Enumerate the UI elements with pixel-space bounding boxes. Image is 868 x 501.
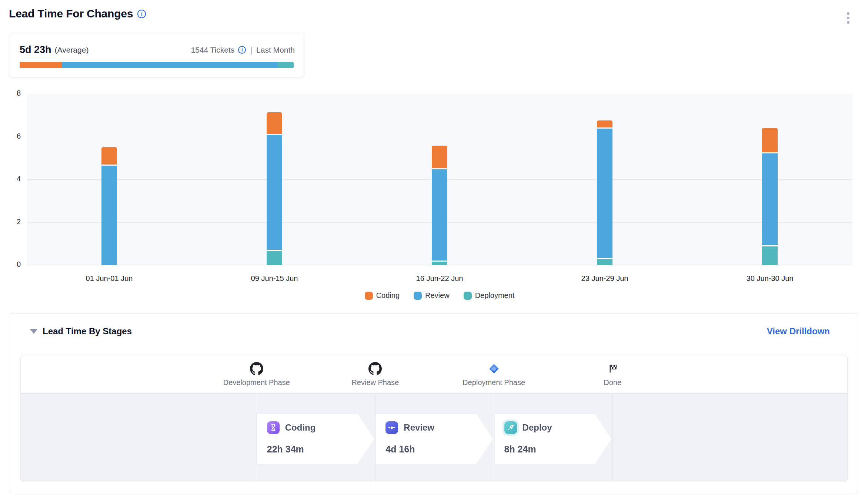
summary-bar-segment-deployment — [277, 62, 294, 68]
average-label: (Average) — [55, 46, 89, 54]
rocket-icon — [504, 421, 517, 434]
legend-item-deployment[interactable]: Deployment — [464, 291, 515, 300]
column-divider — [494, 394, 494, 482]
x-axis-label: 30 Jun-30 Jun — [747, 274, 794, 283]
bar-segment-review[interactable] — [762, 153, 778, 245]
legend-swatch — [464, 292, 472, 300]
page-title: Lead Time For Changes — [9, 7, 133, 20]
info-icon[interactable]: i — [137, 10, 146, 18]
stages-title: Lead Time By Stages — [43, 326, 132, 336]
legend-swatch — [365, 292, 373, 300]
lead-time-bar-chart: 0246801 Jun-01 Jun09 Jun-15 Jun16 Jun-22… — [27, 94, 852, 265]
hourglass-icon — [267, 421, 280, 434]
bar-segment-deployment[interactable] — [762, 246, 778, 265]
phase-deployment: Deployment Phase — [438, 361, 550, 387]
phase-label: Review Phase — [320, 378, 431, 387]
stage-card-coding: Coding 22h 34m — [257, 414, 374, 464]
x-axis-label: 09 Jun-15 Jun — [251, 274, 298, 283]
lead-time-by-stages-card: Lead Time By Stages View Drilldown Devel… — [9, 313, 859, 493]
stages-table: Development Phase Review Phase — [20, 355, 848, 482]
bar-segment-coding[interactable] — [101, 147, 117, 165]
x-axis-label: 01 Jun-01 Jun — [86, 274, 133, 283]
page-header: Lead Time For Changes i — [9, 7, 146, 20]
tickets-count: 1544 Tickets — [191, 46, 234, 54]
phase-label: Done — [557, 378, 668, 387]
bar-segment-review[interactable] — [597, 129, 612, 258]
bar-segment-deployment[interactable] — [432, 262, 447, 265]
github-icon — [201, 361, 312, 377]
diamond-icon — [438, 361, 550, 377]
lead-time-dashboard: Lead Time For Changes i 5d 23h (Average)… — [0, 0, 868, 501]
stage-title: Coding — [285, 422, 316, 433]
summary-row: 5d 23h (Average) 1544 Tickets i | Last M… — [20, 44, 295, 56]
stage-card-deploy: Deploy 8h 24m — [495, 414, 612, 464]
stages-body-row: Coding 22h 34m Review — [21, 394, 847, 482]
stage-title: Review — [404, 422, 434, 433]
phase-header-row: Development Phase Review Phase — [21, 355, 847, 394]
stacked-bar-30 Jun-30 Jun[interactable] — [762, 94, 778, 265]
bar-segment-review[interactable] — [432, 169, 447, 261]
phase-development: Development Phase — [201, 361, 312, 387]
phase-review: Review Phase — [320, 361, 431, 387]
period-label: Last Month — [256, 46, 295, 54]
y-axis-tick-6: 6 — [6, 132, 21, 140]
stage-title: Deploy — [523, 422, 552, 433]
legend-label: Review — [425, 291, 450, 300]
y-axis-tick-0: 0 — [6, 260, 21, 269]
bar-segment-coding[interactable] — [267, 112, 282, 134]
average-value: 5d 23h — [20, 44, 51, 56]
commit-icon — [385, 421, 398, 434]
legend-label: Deployment — [475, 291, 515, 300]
bar-segment-deployment[interactable] — [597, 259, 612, 265]
summary-card: 5d 23h (Average) 1544 Tickets i | Last M… — [9, 33, 304, 77]
bar-segment-review[interactable] — [267, 135, 282, 250]
kebab-menu-icon[interactable] — [847, 12, 849, 24]
stages-header: Lead Time By Stages View Drilldown — [30, 326, 830, 336]
view-drilldown-link[interactable]: View Drilldown — [767, 326, 830, 336]
collapse-caret-icon[interactable] — [30, 329, 37, 334]
chart-legend: CodingReviewDeployment — [27, 291, 852, 300]
bar-segment-coding[interactable] — [432, 146, 447, 168]
stacked-bar-01 Jun-01 Jun[interactable] — [101, 94, 117, 265]
summary-bar-segment-coding — [20, 62, 62, 68]
y-axis-tick-2: 2 — [6, 218, 21, 226]
legend-item-review[interactable]: Review — [414, 291, 450, 300]
legend-swatch — [414, 292, 422, 300]
phase-label: Development Phase — [201, 378, 312, 387]
legend-item-coding[interactable]: Coding — [365, 291, 400, 300]
bar-segment-deployment[interactable] — [267, 251, 282, 265]
meta-divider: | — [250, 45, 253, 55]
bar-segment-coding[interactable] — [597, 120, 612, 127]
stage-value: 8h 24m — [504, 444, 612, 455]
x-axis-label: 23 Jun-29 Jun — [581, 274, 628, 283]
github-icon — [320, 361, 431, 377]
column-divider — [257, 394, 257, 482]
bar-segment-coding[interactable] — [762, 128, 778, 152]
column-divider — [375, 394, 375, 482]
phase-done: Done — [557, 361, 668, 387]
x-axis-label: 16 Jun-22 Jun — [416, 274, 463, 283]
bar-segment-review[interactable] — [101, 166, 117, 265]
column-divider — [612, 394, 613, 482]
phase-label: Deployment Phase — [438, 378, 550, 387]
summary-progress-bar — [20, 62, 294, 68]
legend-label: Coding — [376, 291, 400, 300]
checkered-flag-icon — [557, 361, 668, 377]
stacked-bar-09 Jun-15 Jun[interactable] — [267, 94, 282, 265]
y-axis-tick-8: 8 — [6, 89, 21, 97]
stacked-bar-16 Jun-22 Jun[interactable] — [432, 94, 447, 265]
summary-bar-segment-review — [62, 62, 277, 68]
stacked-bar-23 Jun-29 Jun[interactable] — [597, 94, 612, 265]
y-axis-tick-4: 4 — [6, 175, 21, 183]
tickets-info-icon[interactable]: i — [238, 46, 246, 54]
summary-meta: 1544 Tickets i | Last Month — [191, 45, 295, 55]
stage-value: 22h 34m — [267, 444, 374, 455]
stage-value: 4d 16h — [385, 444, 493, 455]
stage-card-review: Review 4d 16h — [376, 414, 493, 464]
